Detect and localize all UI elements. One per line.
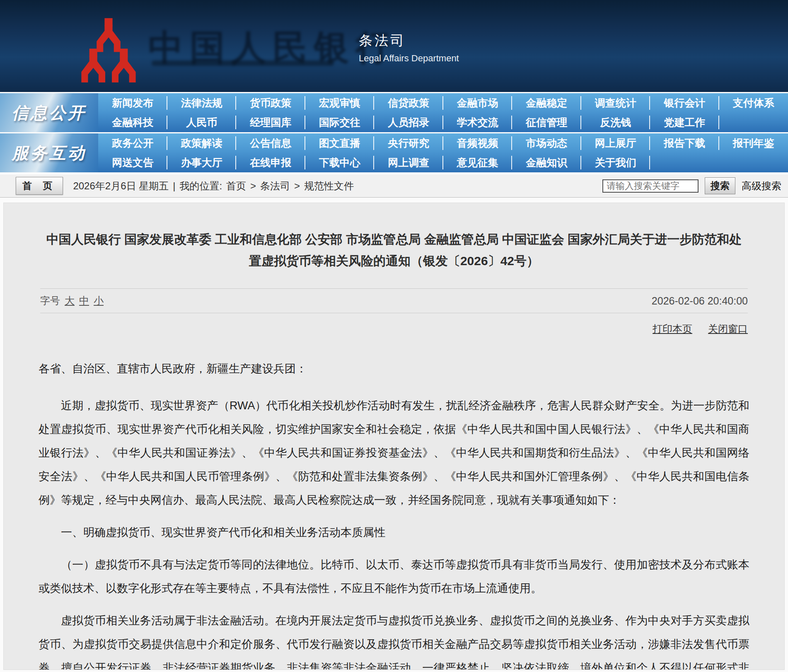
nav-item[interactable]: 公告信息	[236, 133, 305, 153]
search-button[interactable]: 搜索	[705, 177, 735, 194]
department-title: 条法司	[359, 31, 459, 50]
nav-item[interactable]: 网上调查	[374, 153, 443, 172]
nav-item[interactable]: 在线申报	[236, 153, 305, 172]
nav-item	[650, 153, 719, 172]
window-actions-row: 打印本页 关闭窗口	[40, 313, 748, 345]
font-size-medium-link[interactable]: 中	[79, 294, 89, 307]
nav-grid: 新闻发布法律法规货币政策宏观审慎信贷政策金融市场金融稳定调查统计银行会计支付体系…	[98, 93, 788, 132]
font-size-label: 字号	[40, 294, 60, 307]
nav-item[interactable]: 办事大厅	[167, 153, 237, 172]
nav-item[interactable]: 政务公开	[98, 133, 167, 153]
article-paragraph: 各省、自治区、直辖市人民政府，新疆生产建设兵团：	[39, 357, 749, 381]
crumb-separator: >	[294, 180, 300, 192]
nav-item[interactable]: 国际交往	[305, 113, 375, 132]
nav-item[interactable]: 支付体系	[719, 93, 788, 113]
nav-item[interactable]: 报刊年鉴	[719, 133, 788, 153]
breadcrumb: 2026年2月6日 星期五 | 我的位置: 首页 > 条法司 > 规范性文件	[73, 179, 354, 193]
font-size-large-link[interactable]: 大	[65, 294, 75, 307]
font-size-small-link[interactable]: 小	[94, 294, 104, 307]
article-paragraph: 虚拟货币相关业务活动属于非法金融活动。在境内开展法定货币与虚拟货币兑换业务、虚拟…	[39, 609, 749, 670]
article-paragraph: 近期，虚拟货币、现实世界资产（RWA）代币化相关投机炒作活动时有发生，扰乱经济金…	[39, 394, 749, 512]
nav-item[interactable]: 人员招录	[374, 113, 443, 132]
main-navigation: 信息公开 新闻发布法律法规货币政策宏观审慎信贷政策金融市场金融稳定调查统计银行会…	[0, 93, 788, 172]
publish-datetime: 2026-02-06 20:40:00	[652, 295, 748, 307]
nav-section-info-disclosure: 信息公开 新闻发布法律法规货币政策宏观审慎信贷政策金融市场金融稳定调查统计银行会…	[0, 93, 788, 132]
department-block: 条法司 Legal Affairs Department	[359, 31, 459, 64]
article-panel: 中国人民银行 国家发展改革委 工业和信息化部 公安部 市场监管总局 金融监管总局…	[3, 203, 785, 670]
nav-row: 网送文告办事大厅在线申报下载中心网上调查意见征集金融知识关于我们	[98, 153, 788, 172]
department-subtitle-en: Legal Affairs Department	[359, 53, 459, 64]
article-paragraph: 一、明确虚拟货币、现实世界资产代币化和相关业务活动本质属性	[39, 521, 749, 544]
nav-item[interactable]: 法律法规	[167, 93, 237, 113]
nav-item[interactable]: 调查统计	[581, 93, 650, 113]
nav-item	[719, 113, 788, 132]
crumb-separator: >	[250, 180, 256, 192]
nav-item[interactable]: 金融科技	[98, 113, 167, 132]
nav-item[interactable]: 人民币	[167, 113, 237, 132]
site-header: 中国人民银行 条法司 Legal Affairs Department	[0, 0, 788, 92]
search-cluster: 搜索 高级搜索	[602, 177, 781, 194]
font-size-control: 字号 大 中 小	[40, 294, 104, 307]
nav-item[interactable]: 意见征集	[443, 153, 512, 172]
breadcrumb-crumb-home[interactable]: 首页	[226, 179, 246, 193]
date-text: 2026年2月6日 星期五	[73, 179, 169, 193]
nav-item	[719, 153, 788, 172]
nav-item[interactable]: 下载中心	[305, 153, 375, 172]
nav-item[interactable]: 金融稳定	[512, 93, 581, 113]
article-paragraph: （一）虚拟货币不具有与法定货币等同的法律地位。比特币、以太币、泰达币等虚拟货币具…	[39, 553, 749, 600]
nav-item[interactable]: 金融市场	[443, 93, 512, 113]
nav-grid: 政务公开政策解读公告信息图文直播央行研究音频视频市场动态网上展厅报告下载报刊年鉴…	[98, 133, 788, 172]
home-button[interactable]: 首 页	[16, 177, 63, 195]
page-title: 中国人民银行 国家发展改革委 工业和信息化部 公安部 市场监管总局 金融监管总局…	[4, 203, 784, 272]
nav-item[interactable]: 网上展厅	[581, 133, 650, 153]
nav-item[interactable]: 图文直播	[305, 133, 375, 153]
close-window-link[interactable]: 关闭窗口	[708, 322, 748, 336]
nav-item[interactable]: 信贷政策	[374, 93, 443, 113]
nav-row: 新闻发布法律法规货币政策宏观审慎信贷政策金融市场金融稳定调查统计银行会计支付体系	[98, 93, 788, 113]
article-body: 各省、自治区、直辖市人民政府，新疆生产建设兵团：近期，虚拟货币、现实世界资产（R…	[4, 345, 784, 670]
watermark-subtitle-blur	[152, 60, 334, 66]
article-meta-row: 字号 大 中 小 2026-02-06 20:40:00	[40, 288, 748, 313]
nav-item[interactable]: 政策解读	[167, 133, 237, 153]
breadcrumb-crumb-docs[interactable]: 规范性文件	[304, 179, 354, 193]
divider: |	[173, 180, 175, 192]
nav-item[interactable]: 金融知识	[512, 153, 581, 172]
print-page-link[interactable]: 打印本页	[653, 322, 692, 336]
breadcrumb-bar: 首 页 2026年2月6日 星期五 | 我的位置: 首页 > 条法司 > 规范性…	[0, 174, 788, 198]
nav-item[interactable]: 征信管理	[512, 113, 581, 132]
nav-label-services[interactable]: 服务互动	[0, 133, 98, 172]
location-label: 我的位置:	[179, 179, 222, 193]
nav-item[interactable]: 党建工作	[650, 113, 719, 132]
search-input[interactable]	[602, 179, 699, 193]
nav-item[interactable]: 银行会计	[650, 93, 719, 113]
advanced-search-link[interactable]: 高级搜索	[742, 179, 781, 193]
nav-row: 政务公开政策解读公告信息图文直播央行研究音频视频市场动态网上展厅报告下载报刊年鉴	[98, 133, 788, 153]
nav-item[interactable]: 学术交流	[443, 113, 512, 132]
nav-row: 金融科技人民币经理国库国际交往人员招录学术交流征信管理反洗钱党建工作	[98, 113, 788, 132]
nav-item[interactable]: 网送文告	[98, 153, 167, 172]
nav-item[interactable]: 央行研究	[374, 133, 443, 153]
nav-item[interactable]: 新闻发布	[98, 93, 167, 113]
breadcrumb-crumb-dept[interactable]: 条法司	[260, 179, 290, 193]
nav-section-services: 服务互动 政务公开政策解读公告信息图文直播央行研究音频视频市场动态网上展厅报告下…	[0, 133, 788, 172]
nav-item[interactable]: 经理国库	[236, 113, 305, 132]
nav-item[interactable]: 报告下载	[650, 133, 719, 153]
nav-item[interactable]: 关于我们	[581, 153, 650, 172]
nav-item[interactable]: 反洗钱	[581, 113, 650, 132]
nav-item[interactable]: 音频视频	[443, 133, 512, 153]
pboc-logo-icon	[75, 17, 142, 88]
nav-item[interactable]: 宏观审慎	[305, 93, 375, 113]
nav-label-info-disclosure[interactable]: 信息公开	[0, 93, 98, 132]
nav-item[interactable]: 货币政策	[236, 93, 305, 113]
nav-item[interactable]: 市场动态	[512, 133, 581, 153]
